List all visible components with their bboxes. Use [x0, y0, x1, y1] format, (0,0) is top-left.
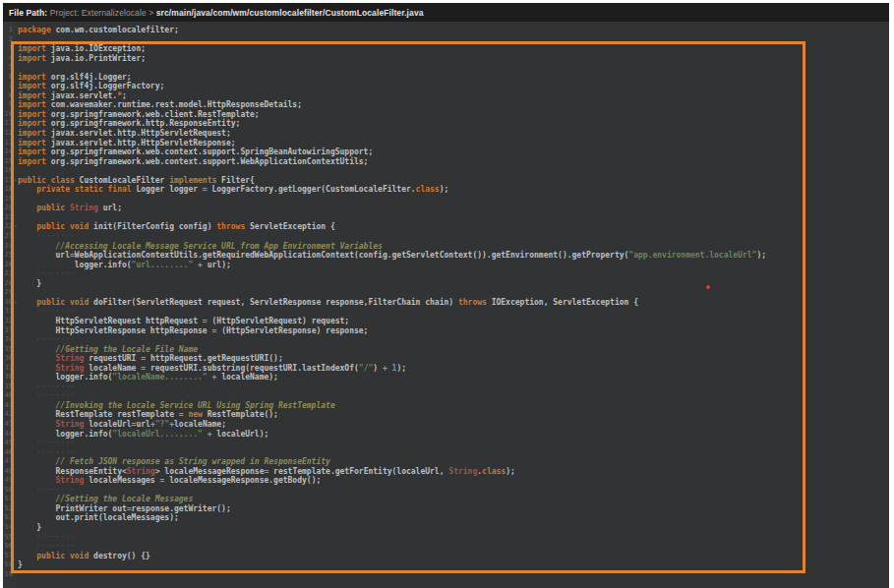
code-text: } [18, 523, 889, 533]
code-text: import org.springframework.web.context.s… [18, 147, 889, 157]
ide-window: File Path: Project: Externalizelocale > … [3, 3, 889, 588]
code-text: String requestURI = httpRequest.getReque… [18, 354, 889, 364]
line-number: 33 [3, 326, 13, 336]
code-line: 42- RestTemplate restTemplate = new Rest… [3, 410, 889, 420]
line-number: 14 [3, 147, 13, 157]
code-line: 53- out.print(localeMessages); [3, 513, 889, 523]
code-editor[interactable]: 1-package com.wm.customlocalefilter;2-3-… [3, 22, 889, 588]
line-number: 16 [3, 166, 13, 176]
line-number: 1 [3, 26, 13, 35]
code-text: String localeMessages = localeMessageRes… [18, 476, 889, 486]
code-line: 2- [3, 35, 889, 45]
code-line: 46- ········ [3, 448, 889, 458]
code-text: String localeUrl=url+"?"+localeName; [18, 420, 889, 430]
code-text: import com.wavemaker.runtime.rest.model.… [18, 100, 889, 110]
code-line: 5- [3, 63, 889, 73]
line-number: 55 [3, 533, 13, 543]
line-number: 10 [3, 110, 13, 120]
code-line: 11-import org.springframework.http.Respo… [3, 119, 889, 129]
line-number: 28 [3, 279, 13, 289]
code-text: ResponseEntity<String> localeMessageResp… [18, 467, 889, 477]
code-line: 58-} [3, 560, 889, 570]
line-number: 48 [3, 467, 13, 477]
code-line: 39- ········ [3, 382, 889, 392]
code-text: String localeName = requestURI.substring… [18, 364, 889, 374]
code-text: ········ [18, 269, 889, 279]
file-path-bar: File Path: Project: Externalizelocale > … [3, 3, 889, 22]
code-text: ········ [18, 542, 889, 552]
line-number: 52 [3, 504, 13, 514]
code-text [18, 35, 889, 45]
code-text: import org.slf4j.LoggerFactory; [18, 82, 889, 91]
code-text: //Accessing Locale Message Service URL f… [18, 242, 889, 252]
code-text: } [18, 560, 889, 570]
code-text: import java.io.PrintWriter; [18, 54, 889, 64]
line-number: 2 [3, 35, 13, 45]
line-number: 41 [3, 401, 13, 411]
code-line: 34- ········ [3, 335, 889, 345]
code-line: 33- HttpServletResponse httpResponse = (… [3, 326, 889, 336]
code-text: package com.wm.customlocalefilter; [18, 26, 889, 35]
line-number: 50 [3, 486, 13, 496]
code-line: 27- ········ [3, 269, 889, 279]
code-line: 37- String localeName = requestURI.subst… [3, 364, 889, 374]
line-number: 12 [3, 129, 13, 139]
code-line: 55- ········ [3, 533, 889, 543]
code-text: import org.springframework.web.context.s… [18, 157, 889, 167]
code-line: 49- String localeMessages = localeMessag… [3, 476, 889, 486]
code-line: 43- String localeUrl=url+"?"+localeName; [3, 420, 889, 430]
code-text: import java.io.IOException; [18, 44, 889, 54]
line-number: 15 [3, 157, 13, 167]
line-number: 45 [3, 439, 13, 448]
code-line: 50- ········ [3, 486, 889, 496]
code-text: // Fetch JSON response as String wrapped… [18, 457, 889, 467]
code-line: 28- } [3, 279, 889, 289]
code-text: public void doFilter(ServletRequest requ… [18, 298, 889, 308]
code-text: import org.springframework.http.Response… [18, 119, 889, 129]
line-number: 32 [3, 317, 13, 326]
line-number: 30 [3, 298, 13, 308]
code-line: 52- PrintWriter out=response.getWriter()… [3, 504, 889, 514]
line-number: 47 [3, 457, 13, 467]
line-number: 26 [3, 261, 13, 270]
code-text [18, 166, 889, 176]
code-text: url=WebApplicationContextUtils.getRequir… [18, 251, 889, 261]
line-number: 4 [3, 54, 13, 64]
code-text: public void init(FilterConfig config) th… [18, 222, 889, 232]
code-line: 57- public void destroy() {} [3, 552, 889, 561]
code-text: RestTemplate restTemplate = new RestTemp… [18, 410, 889, 420]
code-text: HttpServletResponse httpResponse = (Http… [18, 326, 889, 336]
line-number: 38 [3, 373, 13, 382]
code-text [18, 288, 889, 298]
code-line: 56- ········ [3, 542, 889, 552]
code-line: 15-import org.springframework.web.contex… [3, 157, 889, 167]
code-line: 16- [3, 166, 889, 176]
code-line: 41- //Invoking the Locale Service URL Us… [3, 401, 889, 411]
code-text: ········ [18, 335, 889, 345]
code-line: 40- ········ [3, 391, 889, 401]
line-number: 39 [3, 382, 13, 392]
line-number: 58 [3, 560, 13, 570]
line-number: 11 [3, 119, 13, 129]
line-number: 5 [3, 63, 13, 73]
line-number: 22 [3, 222, 13, 232]
code-line: 1-package com.wm.customlocalefilter; [3, 26, 889, 35]
code-text: } [18, 279, 889, 289]
code-line: 20- public String url; [3, 204, 889, 213]
code-text [18, 63, 889, 73]
code-line: 12-import javax.servlet.http.HttpServlet… [3, 129, 889, 139]
code-text: HttpServletRequest httpRequest = (HttpSe… [18, 317, 889, 326]
code-text [18, 570, 889, 580]
file-path-label: File Path: [9, 8, 47, 18]
line-number: 57 [3, 552, 13, 561]
code-text: ········ [18, 307, 889, 317]
line-number: 54 [3, 523, 13, 533]
code-text: ········ [18, 391, 889, 401]
code-line: 32- HttpServletRequest httpRequest = (Ht… [3, 317, 889, 326]
line-number: 27 [3, 269, 13, 279]
code-line: 30- public void doFilter(ServletRequest … [3, 298, 889, 308]
line-number: 31 [3, 307, 13, 317]
code-line: 29- [3, 288, 889, 298]
code-line: 36- String requestURI = httpRequest.getR… [3, 354, 889, 364]
line-number: 17 [3, 176, 13, 186]
